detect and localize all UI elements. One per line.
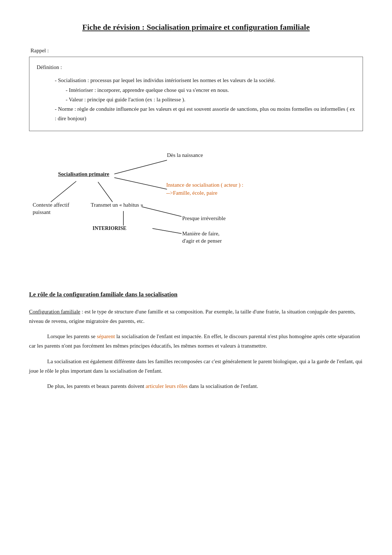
indent-space-3 <box>29 357 47 366</box>
page-title: Fiche de révision : Socialisation primai… <box>29 22 363 33</box>
interiorise-label: INTERIORISE <box>93 226 126 231</box>
definition-content: - Socialisation : processus par lequel l… <box>37 76 355 123</box>
separent-term: séparent <box>97 333 115 339</box>
paragraph-3-text: La socialisation est également différent… <box>29 358 363 374</box>
paragraph-4-after: dans la socialisation de l'enfant. <box>188 383 258 389</box>
contexte-affectif-label: Contexte affectif <box>33 202 69 208</box>
svg-line-2 <box>51 181 76 202</box>
diagram-section: Socialisation primaire Dès la naissance … <box>29 146 363 269</box>
maniere-faire-sub: d'agir et de penser <box>182 238 222 244</box>
def-item-4: - Norme : règle de conduite influencée p… <box>37 104 355 123</box>
paragraph-2-before: Lorsque les parents se <box>47 333 97 339</box>
section2-title: Le rôle de la configuration familiale da… <box>29 291 363 298</box>
maniere-faire-label: Manière de faire, <box>182 231 220 237</box>
paragraph-1: Configuration familiale : est le type de… <box>29 307 363 326</box>
transmet-habitus-label: Transmet un « habitus » <box>91 202 143 208</box>
svg-line-3 <box>98 182 113 202</box>
def-item-3: - Valeur : principe qui guide l'action (… <box>37 95 355 104</box>
paragraph-3: La socialisation est également différent… <box>29 357 363 376</box>
instance-socialisation-sub: -->Famille, école, paire <box>166 190 217 196</box>
def-item-2: - Intérioriser : incorporer, apprendre q… <box>37 85 355 95</box>
definition-title: Définition : <box>37 63 355 72</box>
rappel-label: Rappel : <box>30 48 363 54</box>
socialisation-primaire-label: Socialisation primaire <box>58 171 109 177</box>
paragraph-4: De plus, les parents et beaux parents do… <box>29 381 363 391</box>
paragraph-2: Lorsque les parents se séparent la socia… <box>29 332 363 351</box>
instance-socialisation-label: Instance de socialisation ( acteur ) : <box>166 182 243 188</box>
diagram-svg <box>29 146 363 269</box>
svg-line-1 <box>114 178 167 189</box>
svg-line-0 <box>114 160 167 174</box>
def-item-1: - Socialisation : processus par lequel l… <box>37 76 355 85</box>
des-la-naissance-label: Dès la naissance <box>167 152 203 158</box>
contexte-affectif-sub: puissant <box>33 209 50 215</box>
articuler-roles-term: articuler leurs rôles <box>146 383 188 389</box>
indent-space-2 <box>29 332 47 341</box>
svg-line-4 <box>142 207 181 216</box>
config-familiale-term: Configuration familiale <box>29 309 80 315</box>
indent-space-4 <box>29 381 47 391</box>
presque-irreversible-label: Presque irréversible <box>182 215 226 222</box>
paragraph-4-before: De plus, les parents et beaux parents do… <box>47 383 146 389</box>
definition-box: Définition : - Socialisation : processus… <box>29 57 363 131</box>
svg-line-6 <box>152 228 181 234</box>
